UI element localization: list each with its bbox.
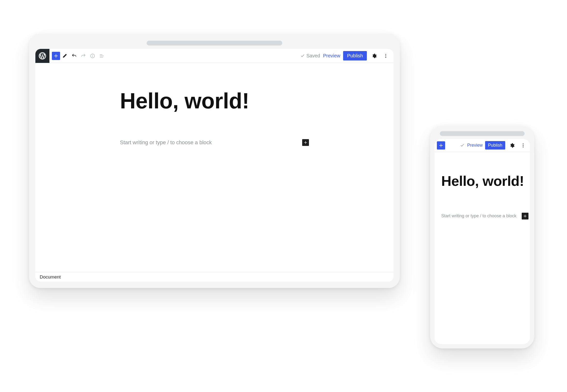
- phone-device-frame: Preview Publish Hello, world! Start writ…: [430, 126, 534, 349]
- tablet-device-frame: Saved Preview Publish Hello, world! Star…: [29, 34, 400, 288]
- editor-toolbar-mobile: Preview Publish: [434, 139, 530, 152]
- empty-paragraph-block[interactable]: Start writing or type / to choose a bloc…: [120, 139, 309, 146]
- plus-icon: [53, 53, 59, 58]
- preview-button[interactable]: Preview: [323, 53, 340, 58]
- toolbar-right-group: Saved Preview Publish: [300, 51, 393, 60]
- outline-button[interactable]: [97, 52, 106, 60]
- post-title-input[interactable]: Hello, world!: [120, 90, 309, 112]
- redo-icon: [81, 53, 86, 58]
- plus-icon: [438, 143, 444, 148]
- redo-button[interactable]: [79, 52, 88, 60]
- phone-screen: Preview Publish Hello, world! Start writ…: [434, 139, 530, 344]
- editor-canvas[interactable]: Hello, world! Start writing or type / to…: [35, 63, 393, 272]
- plus-icon: [523, 214, 527, 218]
- breadcrumb-item[interactable]: Document: [40, 274, 61, 280]
- settings-button[interactable]: [508, 141, 516, 150]
- gear-icon: [372, 53, 377, 58]
- inline-inserter-button[interactable]: [522, 213, 528, 220]
- plus-icon: [303, 140, 308, 145]
- pencil-icon: [62, 53, 68, 58]
- block-placeholder-text: Start writing or type / to choose a bloc…: [120, 139, 212, 146]
- save-status-label: Saved: [307, 53, 320, 58]
- settings-button[interactable]: [370, 52, 378, 60]
- empty-paragraph-block[interactable]: Start writing or type / to choose a bloc…: [441, 213, 528, 220]
- toolbar-right-group: Preview Publish: [460, 141, 530, 150]
- editor-toolbar: Saved Preview Publish: [35, 49, 393, 63]
- kebab-icon: [383, 53, 388, 58]
- document-content: Hello, world! Start writing or type / to…: [120, 90, 309, 146]
- kebab-icon: [521, 143, 526, 148]
- phone-url-bar: [440, 131, 525, 136]
- details-button[interactable]: [88, 52, 97, 60]
- save-status: Saved: [300, 53, 320, 58]
- tablet-url-bar: [147, 41, 282, 45]
- wordpress-logo-button[interactable]: [35, 49, 49, 63]
- outline-icon: [99, 53, 104, 58]
- undo-icon: [72, 53, 77, 58]
- undo-button[interactable]: [70, 52, 78, 60]
- gear-icon: [509, 143, 515, 148]
- document-content: Hello, world! Start writing or type / to…: [441, 174, 528, 220]
- block-breadcrumb-bar: Document: [35, 272, 393, 282]
- save-status: [460, 143, 465, 148]
- info-icon: [90, 53, 95, 58]
- publish-button[interactable]: Publish: [343, 51, 367, 60]
- publish-button[interactable]: Publish: [485, 141, 505, 150]
- edit-mode-button[interactable]: [60, 52, 69, 60]
- more-menu-button[interactable]: [381, 52, 390, 60]
- block-placeholder-text: Start writing or type / to choose a bloc…: [441, 213, 516, 219]
- check-icon: [460, 143, 465, 148]
- tablet-screen: Saved Preview Publish Hello, world! Star…: [35, 49, 393, 282]
- add-block-button[interactable]: [52, 52, 60, 60]
- editor-canvas[interactable]: Hello, world! Start writing or type / to…: [434, 152, 530, 344]
- inline-inserter-button[interactable]: [302, 139, 309, 146]
- check-icon: [300, 54, 305, 58]
- add-block-button[interactable]: [437, 141, 445, 150]
- more-menu-button[interactable]: [519, 141, 527, 150]
- preview-button[interactable]: Preview: [467, 143, 483, 148]
- wordpress-icon: [39, 52, 46, 60]
- post-title-input[interactable]: Hello, world!: [441, 174, 528, 188]
- toolbar-left-group: [49, 52, 106, 60]
